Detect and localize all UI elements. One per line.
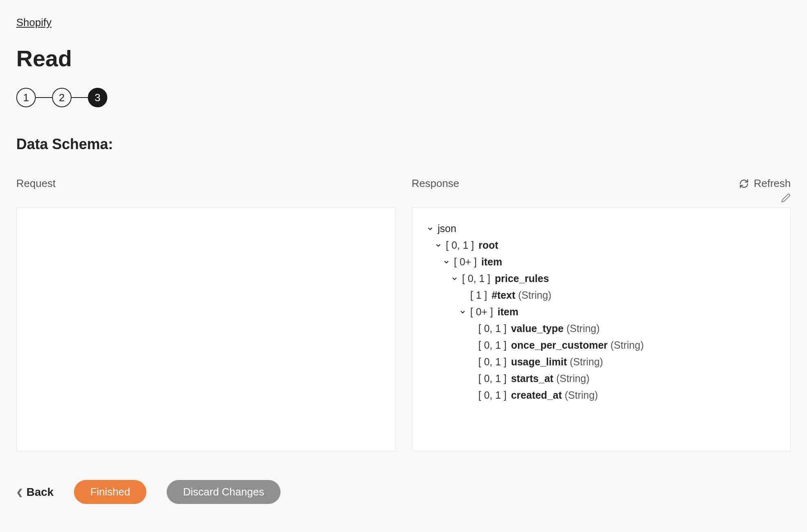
- step-connector: [72, 97, 88, 98]
- tree-node-label: [ 0, 1 ] starts_at (String): [479, 373, 590, 384]
- response-panel: json[ 0, 1 ] root[ 0+ ] item[ 0, 1 ] pri…: [412, 208, 791, 452]
- tree-node-label: json: [438, 223, 457, 235]
- tree-node-label: [ 0, 1 ] created_at (String): [479, 389, 598, 401]
- tree-node-label: [ 0, 1 ] value_type (String): [479, 323, 600, 334]
- refresh-button[interactable]: Refresh: [739, 177, 791, 190]
- tree-node-price_rules[interactable]: [ 0, 1 ] price_rules: [426, 270, 777, 287]
- refresh-icon: [739, 179, 749, 189]
- step-1[interactable]: 1: [16, 88, 36, 107]
- tree-node-usage_limit: [ 0, 1 ] usage_limit (String): [426, 354, 777, 370]
- edit-icon[interactable]: [781, 193, 791, 203]
- tree-node-value_type: [ 0, 1 ] value_type (String): [426, 320, 777, 337]
- tree-node-label: [ 0, 1 ] usage_limit (String): [479, 356, 603, 368]
- tree-node-item[interactable]: [ 0+ ] item: [426, 254, 777, 270]
- chevron-down-icon: [443, 258, 450, 266]
- back-label: Back: [26, 486, 54, 499]
- tree-node-created_at: [ 0, 1 ] created_at (String): [426, 387, 777, 404]
- stepper: 1 2 3: [16, 88, 791, 107]
- tree-node-label: [ 0+ ] item: [470, 306, 519, 318]
- breadcrumb[interactable]: Shopify: [16, 16, 52, 29]
- tree-node-item[interactable]: [ 0+ ] item: [426, 304, 777, 320]
- chevron-down-icon: [426, 225, 434, 232]
- tree-node-#text: [ 1 ] #text (String): [426, 287, 777, 304]
- tree-node-label: [ 0, 1 ] price_rules: [462, 273, 549, 284]
- finished-button[interactable]: Finished: [74, 480, 146, 504]
- response-label: Response: [412, 177, 459, 190]
- tree-node-label: [ 0+ ] item: [454, 256, 502, 268]
- step-3[interactable]: 3: [88, 88, 107, 107]
- tree-node-once_per_customer: [ 0, 1 ] once_per_customer (String): [426, 337, 777, 354]
- page-title: Read: [16, 45, 791, 72]
- refresh-label: Refresh: [754, 177, 791, 190]
- back-button[interactable]: ❮ Back: [16, 486, 54, 499]
- tree-node-label: [ 0, 1 ] once_per_customer (String): [479, 339, 644, 351]
- chevron-left-icon: ❮: [16, 487, 23, 497]
- tree-node-label: [ 0, 1 ] root: [446, 239, 498, 251]
- tree-node-label: [ 1 ] #text (String): [470, 289, 552, 301]
- tree-node-json[interactable]: json: [426, 220, 777, 237]
- step-2[interactable]: 2: [52, 88, 72, 107]
- chevron-down-icon: [451, 275, 458, 282]
- request-panel: [16, 208, 396, 452]
- discard-button[interactable]: Discard Changes: [167, 480, 280, 504]
- section-title: Data Schema:: [16, 136, 791, 153]
- tree-node-starts_at: [ 0, 1 ] starts_at (String): [426, 370, 777, 387]
- chevron-down-icon: [459, 308, 466, 316]
- tree-node-root[interactable]: [ 0, 1 ] root: [426, 237, 777, 254]
- request-label: Request: [16, 177, 396, 190]
- chevron-down-icon: [435, 242, 442, 249]
- step-connector: [36, 97, 52, 98]
